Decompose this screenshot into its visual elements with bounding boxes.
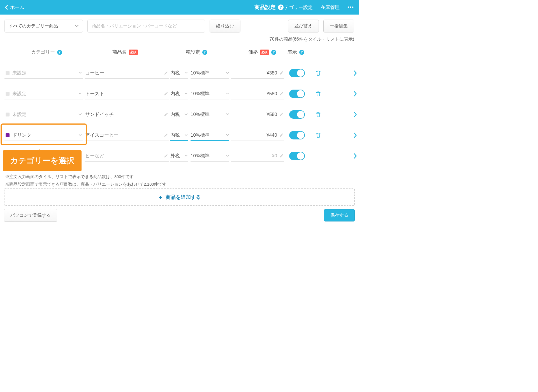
category-select[interactable]: ドリンク	[4, 130, 83, 141]
product-name-field[interactable]: アイスコーヒー	[85, 130, 169, 141]
chevron-right-icon[interactable]	[353, 112, 358, 117]
bulk-edit-button[interactable]: 一括編集	[323, 20, 354, 32]
search-input[interactable]	[87, 20, 205, 32]
chevron-right-icon[interactable]	[353, 70, 358, 76]
trash-icon[interactable]	[316, 112, 321, 117]
help-icon[interactable]: ?	[202, 50, 207, 55]
pencil-icon	[279, 154, 284, 158]
back-label: ホーム	[10, 4, 24, 11]
sort-button[interactable]: 並び替え	[288, 20, 319, 32]
chevron-down-icon	[226, 72, 229, 74]
col-name: 商品名 必須	[83, 49, 167, 55]
price-field[interactable]: ¥580	[231, 88, 284, 99]
display-toggle[interactable]	[289, 152, 305, 160]
add-product-button[interactable]: ＋ 商品を追加する	[4, 188, 355, 206]
help-icon[interactable]: ?	[278, 4, 284, 10]
pencil-icon	[164, 71, 168, 75]
price-field[interactable]: ¥580	[231, 109, 284, 120]
product-name-field[interactable]: サンドイッチ	[85, 109, 169, 120]
tax-rate-select[interactable]: 10%標準	[191, 67, 229, 79]
note-line: ※注文入力画面のタイル、リストで表示できる商品数は、800件です	[5, 173, 354, 181]
price-field[interactable]: ¥440	[231, 130, 284, 141]
chevron-down-icon	[226, 92, 229, 95]
price-text: ¥580	[266, 112, 277, 117]
chevron-right-icon[interactable]	[353, 153, 358, 159]
tax-type-select[interactable]: 内税	[170, 67, 188, 79]
chevron-down-icon	[184, 92, 188, 95]
narrow-button[interactable]: 絞り込む	[210, 20, 240, 32]
category-select[interactable]: 未設定	[4, 109, 83, 120]
category-label: ドリンク	[12, 132, 76, 138]
price-text: ¥380	[266, 70, 277, 76]
category-select[interactable]: 未設定	[4, 88, 83, 99]
pencil-icon	[164, 133, 168, 137]
price-field[interactable]: ¥0	[231, 150, 284, 162]
category-select[interactable]: 未設定	[4, 67, 83, 79]
help-icon[interactable]: ?	[271, 50, 276, 55]
trash-icon[interactable]	[316, 70, 321, 76]
category-label: 未設定	[12, 111, 76, 118]
tax-type-select[interactable]: 内税	[170, 130, 188, 141]
pencil-icon	[279, 92, 284, 96]
product-name-field[interactable]: ヒーなど	[85, 150, 169, 162]
chevron-down-icon	[226, 155, 229, 157]
chevron-left-icon	[4, 5, 8, 10]
chevron-down-icon	[78, 92, 82, 95]
pencil-icon	[164, 92, 168, 96]
tax-rate-select[interactable]: 10%標準	[191, 130, 229, 141]
tax-type-select[interactable]: 内税	[170, 88, 188, 99]
trash-icon[interactable]	[316, 91, 321, 97]
price-text: ¥0	[272, 153, 277, 159]
trash-icon[interactable]	[316, 132, 321, 138]
back-button[interactable]: ホーム	[4, 4, 24, 11]
price-text: ¥580	[266, 91, 277, 97]
chevron-down-icon	[75, 25, 79, 27]
product-name-field[interactable]: トースト	[85, 88, 169, 99]
price-field[interactable]: ¥380	[231, 67, 284, 79]
chevron-right-icon[interactable]	[353, 91, 358, 97]
display-toggle[interactable]	[289, 69, 305, 77]
table-row: ドリンクアイスコーヒー内税10%標準¥440	[0, 122, 359, 143]
nav-category-settings[interactable]: カテゴリー設定	[279, 4, 313, 11]
pc-register-button[interactable]: パソコンで登録する	[4, 209, 57, 222]
display-toggle[interactable]	[289, 90, 305, 98]
pencil-icon	[279, 71, 284, 75]
chevron-down-icon	[78, 113, 82, 116]
chevron-down-icon	[184, 134, 188, 136]
category-color-swatch	[6, 71, 10, 75]
display-toggle[interactable]	[289, 110, 305, 119]
help-icon[interactable]: ?	[299, 50, 304, 55]
required-badge: 必須	[129, 50, 138, 55]
tax-rate-select[interactable]: 10%標準	[191, 109, 229, 120]
more-menu-icon[interactable]: •••	[347, 4, 354, 10]
col-display: 表示 ?	[279, 49, 313, 55]
nav-stock-management[interactable]: 在庫管理	[321, 4, 340, 11]
pencil-icon	[164, 154, 168, 158]
save-button[interactable]: 保存する	[324, 209, 355, 221]
chevron-down-icon	[184, 72, 188, 74]
category-filter-select[interactable]: すべてのカテゴリー商品	[4, 20, 83, 32]
header-actions: カテゴリー設定 在庫管理 •••	[279, 4, 354, 11]
tax-type-select[interactable]: 外税	[170, 150, 188, 162]
pencil-icon	[164, 112, 168, 116]
chevron-down-icon	[78, 72, 82, 74]
tax-rate-select[interactable]: 10%標準	[191, 88, 229, 99]
category-color-swatch	[6, 92, 10, 96]
product-name-field[interactable]: コーヒー	[85, 67, 169, 79]
bottom-bar: パソコンで登録する 保存する	[0, 204, 359, 226]
chevron-right-icon[interactable]	[353, 132, 358, 138]
table-row: 未設定トースト内税10%標準¥580	[0, 81, 359, 102]
chevron-down-icon	[226, 134, 229, 136]
plus-icon: ＋	[158, 193, 163, 201]
product-name-text: アイスコーヒー	[85, 132, 119, 138]
display-toggle[interactable]	[289, 131, 305, 139]
table-row: 未設定サンドイッチ内税10%標準¥580	[0, 102, 359, 122]
chevron-down-icon	[226, 113, 229, 116]
tax-rate-select[interactable]: 10%標準	[191, 150, 229, 162]
product-name-text: コーヒー	[85, 70, 104, 76]
help-icon[interactable]: ?	[57, 50, 62, 55]
product-name-text: ヒーなど	[85, 153, 104, 159]
tax-type-select[interactable]: 内税	[170, 109, 188, 120]
chevron-down-icon	[184, 113, 188, 116]
col-tax: 税設定 ?	[167, 49, 226, 55]
